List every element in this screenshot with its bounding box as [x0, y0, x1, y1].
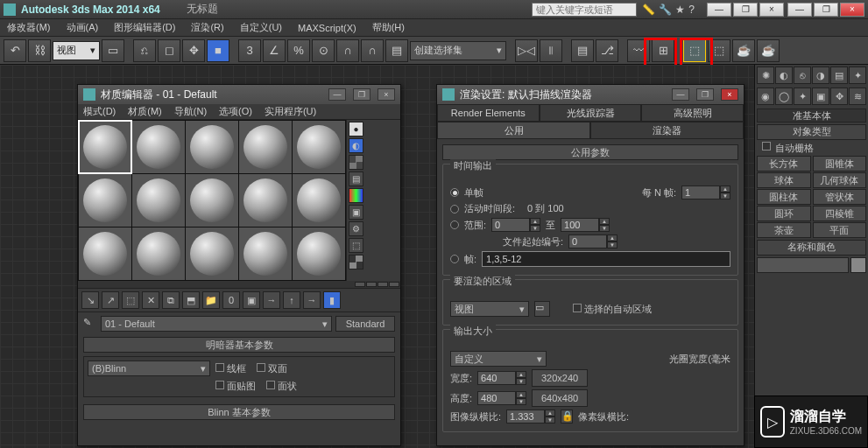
tab-raytracer[interactable]: 光线跟踪器: [540, 104, 642, 122]
utility-tab-icon[interactable]: ✦: [849, 66, 866, 84]
btn-tube[interactable]: 管状体: [813, 189, 867, 205]
btn-torus[interactable]: 圆环: [757, 206, 811, 221]
go-to-parent-button[interactable]: ↑: [283, 291, 300, 309]
select-all-button[interactable]: ◻: [158, 39, 180, 62]
material-scrollbar[interactable]: [78, 281, 400, 288]
align-button[interactable]: ⫴: [540, 39, 562, 62]
tab-render-elements[interactable]: Render Elements: [437, 104, 540, 122]
material-menu-navigation[interactable]: 导航(N): [174, 105, 207, 118]
schematic-button[interactable]: ⊞: [652, 39, 674, 62]
max-button[interactable]: ❐: [814, 3, 838, 17]
magnet2-button[interactable]: ∩: [361, 39, 384, 62]
material-slot-3[interactable]: [186, 121, 238, 173]
inner-min-button[interactable]: —: [707, 3, 731, 17]
menu-maxscript[interactable]: MAXScript(X): [298, 23, 356, 33]
wrench-icon[interactable]: 🔧: [659, 4, 672, 16]
render-close-button[interactable]: ×: [721, 88, 738, 101]
width-spinner[interactable]: ▲▼: [477, 371, 526, 385]
material-slot-4[interactable]: [239, 121, 292, 173]
eyedropper-icon[interactable]: ✎: [83, 317, 97, 331]
geom-icon[interactable]: ◉: [757, 88, 774, 105]
material-slot-13[interactable]: [186, 228, 238, 280]
file-start-spinner[interactable]: ▲▼: [568, 234, 617, 248]
rotate-button[interactable]: ■: [207, 39, 229, 62]
material-slot-15[interactable]: [293, 228, 345, 280]
motion-tab-icon[interactable]: ◑: [812, 66, 829, 84]
menu-graph-editors[interactable]: 图形编辑器(D): [114, 21, 175, 34]
range-from-spinner[interactable]: ▲▼: [491, 218, 540, 232]
menu-animation[interactable]: 动画(A): [67, 21, 99, 34]
show-in-viewport-button[interactable]: ▣: [243, 291, 260, 309]
render-button[interactable]: ☕: [757, 39, 780, 62]
shapes-icon[interactable]: ◯: [775, 88, 793, 105]
render-frame-button[interactable]: ☕: [732, 39, 755, 62]
object-color-swatch[interactable]: [850, 257, 866, 273]
material-menu-material[interactable]: 材质(M): [128, 105, 162, 118]
object-name-input[interactable]: [757, 257, 849, 273]
material-map-navigator-button[interactable]: [349, 255, 363, 270]
material-max-button[interactable]: ❐: [353, 88, 370, 101]
lights-icon[interactable]: ✦: [794, 88, 811, 105]
graph-button[interactable]: ⎇: [596, 39, 618, 62]
percent-snap[interactable]: %: [287, 39, 310, 62]
every-n-spinner[interactable]: ▲▼: [681, 186, 730, 200]
height-spinner[interactable]: ▲▼: [477, 391, 526, 405]
close-button[interactable]: ×: [840, 3, 864, 17]
material-menu-utilities[interactable]: 实用程序(U): [265, 105, 316, 118]
named-selection-combo[interactable]: 创建选择集▾: [410, 41, 506, 60]
preset-640x480-button[interactable]: 640x480: [532, 389, 588, 407]
filter-button[interactable]: ⎌: [133, 39, 156, 62]
btn-geosphere[interactable]: 几何球体: [813, 172, 867, 188]
help-search[interactable]: [532, 3, 637, 17]
make-copy-button[interactable]: ⧉: [162, 291, 180, 309]
angle-snap[interactable]: ∠: [263, 39, 286, 62]
background-button[interactable]: [349, 155, 363, 170]
material-slot-1[interactable]: [79, 121, 131, 173]
render-min-button[interactable]: —: [672, 88, 689, 101]
output-size-combo[interactable]: 自定义▾: [450, 351, 547, 367]
material-id-button[interactable]: 0: [222, 291, 240, 309]
tab-common[interactable]: 公用: [437, 122, 590, 139]
select-button[interactable]: ▭: [102, 39, 124, 62]
range-radio[interactable]: [450, 220, 459, 229]
wire-checkbox[interactable]: [215, 363, 224, 372]
min-button[interactable]: —: [787, 3, 812, 17]
curves-button[interactable]: 〰: [627, 39, 650, 62]
frames-radio[interactable]: [450, 255, 459, 263]
spinner-snap[interactable]: ⊙: [312, 39, 335, 62]
category-combo[interactable]: 准基本体: [757, 108, 866, 122]
help-icon[interactable]: ?: [688, 4, 695, 16]
shader-combo[interactable]: (B)Blinn▾: [88, 360, 210, 376]
blinn-rollout-header[interactable]: Blinn 基本参数: [83, 404, 395, 420]
assign-material-button[interactable]: ⬚: [122, 291, 139, 309]
material-slot-10[interactable]: [293, 174, 345, 227]
active-segment-radio[interactable]: [450, 205, 459, 214]
magnet-button[interactable]: ∩: [336, 39, 359, 62]
material-slot-14[interactable]: [239, 228, 292, 280]
link-button[interactable]: ⛓: [28, 39, 51, 62]
range-to-spinner[interactable]: ▲▼: [561, 218, 610, 232]
sample-uv-button[interactable]: ▤: [349, 172, 363, 186]
render-max-button[interactable]: ❐: [696, 88, 714, 101]
btn-cylinder[interactable]: 圆柱体: [757, 189, 811, 205]
material-menu-options[interactable]: 选项(O): [219, 105, 252, 118]
put-material-button[interactable]: ↗: [102, 291, 119, 309]
material-close-button[interactable]: ×: [378, 88, 395, 101]
faceted-checkbox[interactable]: [266, 381, 275, 389]
material-slot-9[interactable]: [239, 174, 292, 227]
snap-toggle[interactable]: 3: [238, 39, 261, 62]
autogrid-checkbox[interactable]: [762, 142, 771, 150]
helpers-icon[interactable]: ✥: [830, 88, 848, 105]
undo-button[interactable]: ↶: [4, 39, 26, 62]
material-menu-modes[interactable]: 模式(D): [83, 105, 116, 118]
area-region-button[interactable]: ▭: [534, 301, 550, 317]
layer-button[interactable]: ▤: [571, 39, 594, 62]
pick-material-button[interactable]: ▮: [323, 291, 341, 309]
material-editor-button[interactable]: ⬚: [683, 39, 706, 62]
material-slot-11[interactable]: [79, 228, 131, 280]
options-button[interactable]: ⚙: [349, 221, 363, 236]
tab-renderer[interactable]: 渲染器: [590, 122, 744, 139]
material-slot-5[interactable]: [293, 121, 345, 173]
btn-box[interactable]: 长方体: [757, 156, 811, 172]
menu-rendering[interactable]: 渲染(R): [191, 21, 223, 34]
